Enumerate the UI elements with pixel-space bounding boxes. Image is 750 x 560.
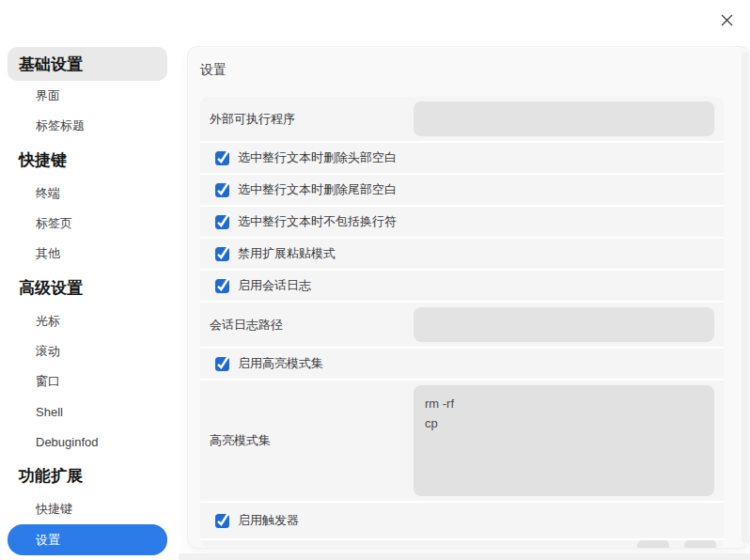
sidebar-item-shortcuts[interactable]: 快捷键 (8, 494, 167, 524)
exclude-newline-checkbox[interactable] (215, 215, 229, 229)
clipped-button-1[interactable] (637, 540, 669, 548)
row-disable-bracketed-paste: 禁用扩展粘贴模式 (200, 239, 724, 269)
row-clipped-next (200, 540, 724, 548)
enable-triggers-checkbox[interactable] (215, 514, 229, 528)
disable-bracketed-paste-checkbox[interactable] (215, 247, 229, 261)
sidebar-item-terminal[interactable]: 终端 (8, 179, 167, 209)
enable-highlight-patterns-checkbox[interactable] (215, 357, 229, 371)
checkmark-icon (215, 514, 229, 528)
sidebar-header-advanced-settings[interactable]: 高级设置 (8, 269, 167, 306)
sidebar: 基础设置 界面 标签标题 快捷键 终端 标签页 其他 高级设置 光标 滚动 窗口… (8, 47, 167, 555)
sidebar-item-settings[interactable]: 设置 (8, 524, 167, 555)
trim-leading-whitespace-label: 选中整行文本时删除头部空白 (238, 149, 397, 166)
checkmark-icon (215, 151, 229, 165)
row-enable-session-log: 启用会话日志 (200, 271, 724, 301)
row-trim-leading-whitespace: 选中整行文本时删除头部空白 (200, 143, 724, 173)
sidebar-header-shortcuts[interactable]: 快捷键 (8, 141, 167, 179)
session-log-path-label: 会话日志路径 (210, 317, 283, 334)
row-highlight-patterns: 高亮模式集 rm -rf cp (200, 381, 724, 501)
sidebar-item-debuginfod[interactable]: Debuginfod (8, 427, 167, 457)
highlight-patterns-textarea[interactable]: rm -rf cp (414, 385, 714, 496)
row-enable-triggers: 启用触发器 (200, 503, 724, 538)
checkmark-icon (215, 247, 229, 261)
sidebar-item-cursor[interactable]: 光标 (8, 306, 167, 336)
row-enable-highlight-patterns: 启用高亮模式集 (200, 349, 724, 379)
enable-highlight-patterns-label: 启用高亮模式集 (238, 355, 323, 372)
trim-trailing-whitespace-checkbox[interactable] (215, 183, 229, 197)
sidebar-item-tab-title[interactable]: 标签标题 (8, 111, 167, 141)
trim-leading-whitespace-checkbox[interactable] (215, 151, 229, 165)
sidebar-item-window[interactable]: 窗口 (8, 366, 167, 397)
enable-session-log-label: 启用会话日志 (238, 277, 311, 294)
sidebar-item-tabs[interactable]: 标签页 (8, 209, 167, 239)
sidebar-item-other[interactable]: 其他 (8, 239, 167, 269)
exclude-newline-label: 选中整行文本时不包括换行符 (238, 213, 397, 230)
sidebar-header-extensions[interactable]: 功能扩展 (8, 457, 167, 494)
sidebar-item-shell[interactable]: Shell (8, 397, 167, 427)
checkmark-icon (215, 279, 229, 293)
row-external-executable: 外部可执行程序 (200, 97, 724, 141)
page-title: 设置 (200, 62, 227, 79)
external-executable-input[interactable] (414, 101, 714, 136)
scrollbar-track[interactable] (742, 52, 748, 543)
settings-panel: 设置 外部可执行程序 选中整行文本时删除头部空白 选中整行文本时删除尾部空白 (188, 47, 749, 548)
session-log-path-input[interactable] (414, 307, 714, 342)
sidebar-header-basic-settings[interactable]: 基础设置 (8, 47, 167, 81)
trim-trailing-whitespace-label: 选中整行文本时删除尾部空白 (238, 181, 397, 198)
row-exclude-newline: 选中整行文本时不包括换行符 (200, 207, 724, 237)
checkmark-icon (215, 357, 229, 371)
sidebar-item-scroll[interactable]: 滚动 (8, 336, 167, 366)
close-icon (721, 14, 733, 26)
checkmark-icon (215, 215, 229, 229)
row-trim-trailing-whitespace: 选中整行文本时删除尾部空白 (200, 175, 724, 205)
window-bottom-edge (179, 553, 750, 560)
external-executable-label: 外部可执行程序 (210, 111, 295, 128)
disable-bracketed-paste-label: 禁用扩展粘贴模式 (238, 245, 336, 262)
close-button[interactable] (716, 9, 737, 30)
checkmark-icon (215, 183, 229, 197)
enable-triggers-label: 启用触发器 (238, 512, 299, 529)
settings-rows: 外部可执行程序 选中整行文本时删除头部空白 选中整行文本时删除尾部空白 (200, 97, 724, 548)
highlight-patterns-label: 高亮模式集 (210, 432, 271, 449)
row-session-log-path: 会话日志路径 (200, 303, 724, 347)
clipped-button-2[interactable] (684, 540, 716, 548)
enable-session-log-checkbox[interactable] (215, 279, 229, 293)
sidebar-item-interface[interactable]: 界面 (8, 81, 167, 111)
